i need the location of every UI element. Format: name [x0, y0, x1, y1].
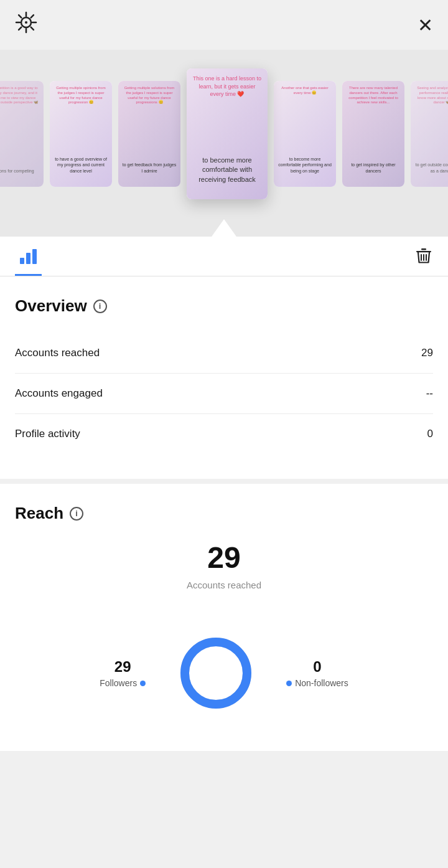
svg-line-7 — [31, 27, 34, 30]
settings-icon[interactable] — [15, 11, 37, 39]
card-text: Getting multiple solutions from the judg… — [122, 86, 177, 105]
list-item[interactable]: Getting multiple solutions from the judg… — [118, 81, 180, 187]
svg-line-6 — [19, 15, 21, 17]
reach-section: Reach i 29 Accounts reached 29 Followers… — [0, 484, 448, 751]
section-divider — [0, 479, 448, 484]
non-followers-label: Non-followers — [286, 678, 348, 688]
card-caption: reasons for competing — [0, 168, 40, 174]
card-caption: to have a good overview of my progress a… — [54, 156, 108, 174]
svg-point-1 — [25, 21, 27, 24]
stat-row-reached[interactable]: Accounts reached 29 — [15, 333, 433, 374]
list-item[interactable]: There are now many talented dancers out … — [342, 81, 404, 187]
overview-title-text: Overview — [15, 296, 87, 316]
svg-line-9 — [19, 27, 21, 30]
svg-rect-11 — [421, 248, 426, 250]
non-followers-count: 0 — [286, 658, 348, 676]
svg-line-8 — [31, 15, 34, 17]
stat-label-reached: Accounts reached — [15, 347, 100, 359]
list-item[interactable]: Getting multiple opinions from the judge… — [50, 81, 112, 187]
close-icon[interactable]: ✕ — [418, 14, 433, 36]
overview-info-icon[interactable]: i — [93, 300, 107, 313]
non-followers-stat: 0 Non-followers — [286, 658, 348, 688]
tab-bar — [15, 237, 42, 276]
stat-label-profile: Profile activity — [15, 428, 80, 440]
card-caption: to get outside comfort zone as a dancer — [414, 162, 448, 174]
donut-svg — [175, 633, 256, 714]
card-caption: to become more comfortable performing an… — [278, 156, 332, 174]
card-text: There are now many talented dancers out … — [346, 86, 401, 105]
list-item[interactable]: This one is a hard lesson to learn, but … — [187, 68, 268, 199]
reach-info-icon[interactable]: i — [70, 507, 83, 521]
card-caption: to get inspired by other dancers — [346, 162, 401, 174]
followers-dot — [140, 681, 146, 686]
stat-label-engaged: Accounts engaged — [15, 387, 103, 400]
overview-section: Overview i Accounts reached 29 Accounts … — [0, 276, 448, 479]
followers-label: Followers — [100, 678, 146, 688]
carousel-pointer — [212, 219, 236, 237]
tab-stats[interactable] — [15, 237, 42, 276]
card-text: Getting multiple opinions from the judge… — [54, 86, 108, 105]
card-text: This one is a hard lesson to learn, but … — [192, 75, 263, 98]
overview-title: Overview i — [15, 296, 433, 316]
reach-title-text: Reach — [15, 504, 63, 523]
card-caption: to become more comfortable with receivin… — [192, 156, 263, 184]
header: ✕ — [0, 0, 448, 50]
followers-stat: 29 Followers — [100, 658, 146, 688]
donut-chart-container: 29 Followers 0 Non-followers — [15, 620, 433, 726]
stat-value-reached: 29 — [421, 347, 433, 359]
list-item[interactable]: Seeing and analyzing my own performance … — [411, 81, 448, 187]
stat-value-profile: 0 — [427, 428, 433, 440]
card-text: Seeing and analyzing my own performance … — [414, 86, 448, 105]
non-followers-dot — [286, 681, 292, 686]
card-text: Another one that gets easier every time … — [278, 86, 332, 96]
reach-title: Reach i — [15, 504, 433, 523]
list-item[interactable]: Another one that gets easier every time … — [274, 81, 336, 187]
reach-subtitle: Accounts reached — [15, 580, 433, 590]
svg-point-16 — [185, 642, 247, 704]
card-caption: to get feedback from judges I admire — [122, 162, 177, 174]
delete-button[interactable] — [414, 246, 433, 267]
tabs-bar — [0, 237, 448, 276]
stat-row-engaged[interactable]: Accounts engaged -- — [15, 374, 433, 414]
donut-chart — [175, 633, 256, 714]
stat-value-engaged: -- — [426, 387, 433, 400]
stat-row-profile[interactable]: Profile activity 0 — [15, 414, 433, 454]
card-text: A competition is a good way to track my … — [0, 86, 40, 105]
list-item[interactable]: A competition is a good way to track my … — [0, 81, 44, 187]
carousel-track[interactable]: A competition is a good way to track my … — [0, 62, 429, 205]
carousel: A competition is a good way to track my … — [0, 50, 448, 237]
stats-icon — [20, 247, 37, 264]
reach-total-number: 29 — [15, 540, 433, 575]
followers-count: 29 — [100, 658, 146, 676]
